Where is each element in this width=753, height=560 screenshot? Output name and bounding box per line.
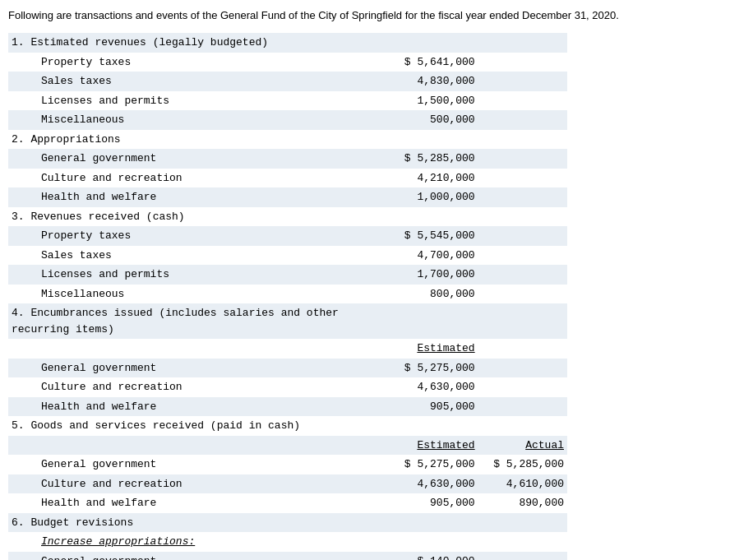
section5-col-header: Estimated Actual (8, 436, 567, 456)
table-row: Miscellaneous 500,000 (8, 110, 567, 130)
section6-subheading: Increase appropriations: (8, 532, 567, 552)
section5-heading: 5. Goods and services received (paid in … (8, 416, 567, 436)
section4-heading: 4. Encumbrances issued (includes salarie… (8, 303, 567, 339)
table-row: Licenses and permits 1,700,000 (8, 265, 567, 285)
section4-col-header: Estimated (8, 339, 567, 359)
section6-heading: 6. Budget revisions (8, 513, 567, 533)
table-row: General government $ 140,000 (8, 552, 567, 560)
table-row: General government $ 5,275,000 $ 5,285,0… (8, 455, 567, 474)
table-row: Health and welfare 905,000 890,000 (8, 493, 567, 513)
section3-heading: 3. Revenues received (cash) (8, 207, 567, 227)
table-row: Culture and recreation 4,630,000 (8, 377, 567, 397)
content-table: 1. Estimated revenues (legally budgeted)… (8, 33, 567, 560)
intro-text: Following are transactions and events of… (8, 8, 741, 23)
table-row: Health and welfare 905,000 (8, 397, 567, 417)
table-row: Health and welfare 1,000,000 (8, 187, 567, 207)
table-row: Property taxes $ 5,641,000 (8, 53, 567, 72)
table-row: Sales taxes 4,830,000 (8, 72, 567, 91)
section1-label: 1. Estimated revenues (legally budgeted) (8, 33, 389, 53)
table-row: Sales taxes 4,700,000 (8, 246, 567, 266)
table-row: General government $ 5,275,000 (8, 359, 567, 378)
table-row: Culture and recreation 4,210,000 (8, 169, 567, 188)
table-row: Licenses and permits 1,500,000 (8, 91, 567, 111)
section2-heading: 2. Appropriations (8, 130, 567, 150)
table-row: Culture and recreation 4,630,000 4,610,0… (8, 474, 567, 494)
table-row: Property taxes $ 5,545,000 (8, 226, 567, 246)
table-row: General government $ 5,285,000 (8, 149, 567, 169)
page-container: Following are transactions and events of… (0, 0, 753, 560)
table-row: Miscellaneous 800,000 (8, 285, 567, 304)
section1-heading: 1. Estimated revenues (legally budgeted) (8, 33, 567, 53)
